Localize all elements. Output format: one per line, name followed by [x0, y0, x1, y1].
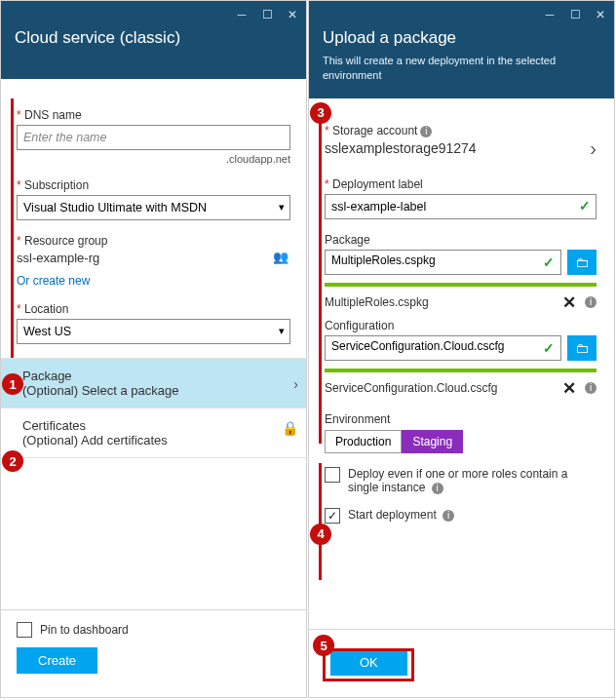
package-file-input[interactable]: MultipleRoles.cspkg ✓ — [325, 250, 561, 275]
dns-input[interactable] — [17, 125, 290, 150]
annotation-badge-2: 2 — [2, 450, 23, 472]
location-label: Location — [17, 302, 290, 316]
row-package-sub: (Optional) Select a package — [22, 383, 304, 398]
config-upload-progress — [325, 369, 597, 372]
dns-label: DNS name — [17, 108, 290, 122]
config-file-input[interactable]: ServiceConfiguration.Cloud.cscfg ✓ — [325, 335, 561, 361]
rg-label: Resource group — [17, 234, 290, 248]
field-storage[interactable]: Storage accounti sslexamplestorage91274 … — [325, 124, 597, 156]
group-icon: 👥 — [273, 250, 289, 264]
row-certificates[interactable]: Certificates (Optional) Add certificates… — [1, 408, 306, 458]
field-package-file: Package MultipleRoles.cspkg ✓ 🗀 Multiple… — [325, 233, 597, 313]
info-icon[interactable]: i — [420, 126, 432, 137]
field-location: Location West US ▾ — [17, 302, 290, 344]
browse-config-button[interactable]: 🗀 — [567, 335, 597, 361]
minimize-icon[interactable]: ─ — [542, 7, 558, 22]
field-config-file: Configuration ServiceConfiguration.Cloud… — [325, 319, 597, 399]
package-filename: MultipleRoles.cspkg — [325, 295, 429, 309]
info-icon[interactable]: i — [432, 483, 443, 494]
maximize-icon[interactable]: ☐ — [259, 7, 275, 22]
window-controls: ─ ☐ ✕ — [542, 7, 608, 22]
lock-icon: 🔒 — [282, 420, 298, 436]
field-resource-group: Resource group ssl-example-rg 👥 — [17, 234, 290, 265]
package-upload-progress — [325, 283, 597, 287]
annotation-badge-1: 1 — [2, 373, 23, 395]
subscription-label: Subscription — [17, 178, 290, 192]
close-icon[interactable]: ✕ — [593, 7, 608, 22]
row-cert-title: Certificates — [22, 418, 304, 433]
blade-body-left: 1 DNS name .cloudapp.net Subscription Vi… — [1, 79, 306, 648]
pin-to-dashboard-row[interactable]: Pin to dashboard — [17, 622, 290, 638]
info-icon[interactable]: i — [443, 510, 454, 522]
check-icon: ✓ — [543, 340, 555, 356]
annotation-badge-3: 3 — [310, 102, 331, 124]
create-button[interactable]: Create — [17, 647, 97, 674]
row-cert-sub: (Optional) Add certificates — [22, 433, 304, 447]
pin-checkbox[interactable] — [17, 622, 32, 638]
start-deployment-row[interactable]: Start deployment i — [325, 508, 597, 524]
start-deployment-label: Start deployment — [348, 508, 437, 522]
env-label: Environment — [325, 412, 597, 426]
blade-footer-right: 5 OK — [309, 629, 614, 697]
row-package-title: Package — [22, 369, 304, 383]
subscription-select[interactable]: Visual Studio Ultimate with MSDN — [17, 195, 290, 220]
field-subscription: Subscription Visual Studio Ultimate with… — [17, 178, 290, 220]
annotation-bar-4 — [319, 463, 322, 580]
check-icon: ✓ — [579, 198, 591, 214]
deploy-label-input[interactable] — [325, 194, 597, 219]
annotation-bar-1 — [11, 98, 14, 381]
location-select[interactable]: West US — [17, 319, 290, 344]
browse-package-button[interactable]: 🗀 — [567, 250, 597, 275]
check-icon: ✓ — [543, 254, 555, 270]
info-icon[interactable]: i — [585, 296, 597, 308]
field-environment: Environment Production Staging — [325, 412, 597, 453]
close-icon[interactable]: ✕ — [285, 7, 300, 22]
package-file-label: Package — [325, 233, 597, 247]
chevron-right-icon[interactable]: › — [590, 137, 597, 160]
row-package[interactable]: Package (Optional) Select a package › — [1, 358, 306, 408]
remove-config-button[interactable]: ✕ — [562, 378, 576, 399]
blade-title-right: Upload a package — [323, 28, 600, 48]
start-deployment-checkbox[interactable] — [325, 508, 340, 524]
chevron-right-icon: › — [293, 376, 298, 392]
annotation-bar-3 — [319, 112, 322, 444]
config-filename: ServiceConfiguration.Cloud.cscfg — [325, 381, 497, 395]
rg-create-new-link[interactable]: Or create new — [17, 274, 90, 288]
blade-body-right: 3 Storage accounti sslexamplestorage9127… — [309, 98, 614, 668]
blade-upload-package: ─ ☐ ✕ Upload a package This will create … — [308, 0, 615, 698]
rg-value: ssl-example-rg — [17, 251, 290, 265]
info-icon[interactable]: i — [585, 382, 597, 394]
deploy-single-checkbox[interactable] — [325, 467, 340, 483]
minimize-icon[interactable]: ─ — [234, 7, 250, 22]
field-deploy-label: Deployment label ✓ — [325, 177, 597, 219]
blade-cloud-service: ─ ☐ ✕ Cloud service (classic) 1 DNS name… — [0, 0, 307, 698]
storage-label: Storage accounti — [325, 124, 597, 137]
annotation-badge-5: 5 — [313, 635, 334, 656]
folder-icon: 🗀 — [575, 340, 589, 356]
blade-subtitle-right: This will create a new deployment in the… — [323, 54, 600, 83]
dns-suffix: .cloudapp.net — [17, 153, 290, 165]
window-controls: ─ ☐ ✕ — [234, 7, 300, 22]
deploy-label-label: Deployment label — [325, 177, 597, 191]
blade-footer-left: Pin to dashboard Create — [1, 609, 306, 697]
config-file-label: Configuration — [325, 319, 597, 332]
deploy-single-label: Deploy even if one or more roles contain… — [348, 467, 567, 494]
blade-header-left: ─ ☐ ✕ Cloud service (classic) — [1, 1, 306, 79]
blade-title-left: Cloud service (classic) — [15, 28, 292, 48]
pin-label: Pin to dashboard — [40, 623, 129, 637]
remove-package-button[interactable]: ✕ — [562, 292, 576, 313]
env-staging[interactable]: Staging — [402, 430, 463, 453]
annotation-badge-4: 4 — [310, 524, 331, 545]
blade-header-right: ─ ☐ ✕ Upload a package This will create … — [309, 1, 614, 98]
field-dns: DNS name .cloudapp.net — [17, 108, 290, 165]
folder-icon: 🗀 — [575, 254, 589, 270]
storage-value: sslexamplestorage91274 — [325, 140, 597, 156]
env-production[interactable]: Production — [325, 430, 402, 453]
annotation-box-5 — [323, 648, 414, 681]
rg-create-new[interactable]: Or create new — [17, 271, 290, 289]
env-toggle: Production Staging — [325, 430, 597, 453]
maximize-icon[interactable]: ☐ — [567, 7, 583, 22]
deploy-single-instance-row[interactable]: Deploy even if one or more roles contain… — [325, 467, 597, 494]
